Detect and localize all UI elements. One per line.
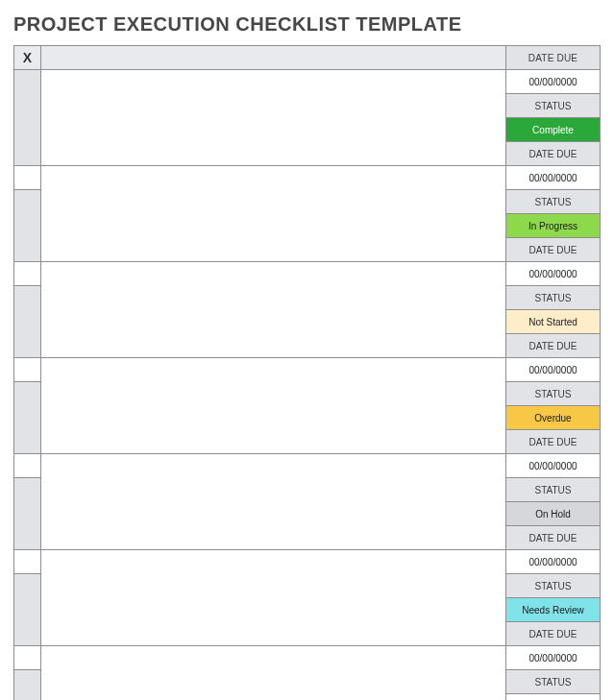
row-status-label: STATUS [506, 574, 601, 598]
row-number-cell [14, 478, 41, 550]
row-check-cell[interactable] [14, 358, 41, 382]
row-description-cell[interactable] [41, 454, 506, 550]
row-status-value[interactable]: In Progress [506, 214, 601, 238]
row-date-due-label: DATE DUE [506, 238, 601, 262]
checklist-row: 00/00/0000 STATUS Overdue DATE DUE [14, 358, 601, 454]
row-check-cell[interactable] [14, 454, 41, 478]
row-status-label: STATUS [506, 94, 601, 118]
row-check-cell[interactable] [14, 646, 41, 670]
row-number-cell [14, 190, 41, 262]
row-description-cell[interactable] [41, 550, 506, 646]
header-description-column [41, 46, 506, 70]
row-date-value[interactable]: 00/00/0000 [506, 70, 601, 94]
checklist-row: 00/00/0000 STATUS Needs Review DATE DUE [14, 550, 601, 646]
row-description-cell[interactable] [41, 262, 506, 358]
row-date-value[interactable]: 00/00/0000 [506, 262, 601, 286]
row-check-cell[interactable] [14, 550, 41, 574]
row-check-cell[interactable] [14, 166, 41, 190]
checklist-row: 00/00/0000 STATUS Not Started DATE DUE [14, 262, 601, 358]
row-date-value[interactable]: 00/00/0000 [506, 454, 601, 478]
checklist-row: 00/00/0000 STATUS Complete DATE DUE [14, 70, 601, 166]
checklist-row: 00/00/0000 STATUS In Progress DATE DUE [14, 166, 601, 262]
row-status-value[interactable]: On Hold [506, 502, 601, 526]
row-status-value[interactable] [506, 694, 601, 700]
checklist-grid: X DATE DUE 00/00/0000 STATUS Complete DA… [13, 45, 601, 700]
row-description-cell[interactable] [41, 646, 506, 700]
row-number-cell [14, 70, 41, 166]
row-number-cell [14, 670, 41, 700]
row-status-value[interactable]: Overdue [506, 406, 601, 430]
row-date-due-label: DATE DUE [506, 430, 601, 454]
row-number-cell [14, 286, 41, 358]
row-date-due-label: DATE DUE [506, 526, 601, 550]
checklist-row: 00/00/0000 STATUS [14, 646, 601, 700]
row-date-due-label: DATE DUE [506, 622, 601, 646]
row-date-due-label: DATE DUE [506, 334, 601, 358]
row-status-label: STATUS [506, 286, 601, 310]
row-status-value[interactable]: Not Started [506, 310, 601, 334]
row-number-cell [14, 382, 41, 454]
row-date-due-label: DATE DUE [506, 142, 601, 166]
checklist-row: 00/00/0000 STATUS On Hold DATE DUE [14, 454, 601, 550]
header-date-due: DATE DUE [506, 46, 601, 70]
row-date-value[interactable]: 00/00/0000 [506, 166, 601, 190]
row-description-cell[interactable] [41, 70, 506, 166]
page-title: PROJECT EXECUTION CHECKLIST TEMPLATE [13, 13, 601, 36]
row-status-label: STATUS [506, 382, 601, 406]
row-check-cell[interactable] [14, 262, 41, 286]
row-status-label: STATUS [506, 478, 601, 502]
row-status-value[interactable]: Complete [506, 118, 601, 142]
row-status-label: STATUS [506, 190, 601, 214]
row-description-cell[interactable] [41, 358, 506, 454]
header-row: X DATE DUE [14, 46, 601, 70]
row-number-cell [14, 574, 41, 646]
header-x-column: X [14, 46, 41, 70]
row-status-label: STATUS [506, 670, 601, 694]
row-date-value[interactable]: 00/00/0000 [506, 358, 601, 382]
row-date-value[interactable]: 00/00/0000 [506, 550, 601, 574]
row-status-value[interactable]: Needs Review [506, 598, 601, 622]
row-description-cell[interactable] [41, 166, 506, 262]
row-date-value[interactable]: 00/00/0000 [506, 646, 601, 670]
